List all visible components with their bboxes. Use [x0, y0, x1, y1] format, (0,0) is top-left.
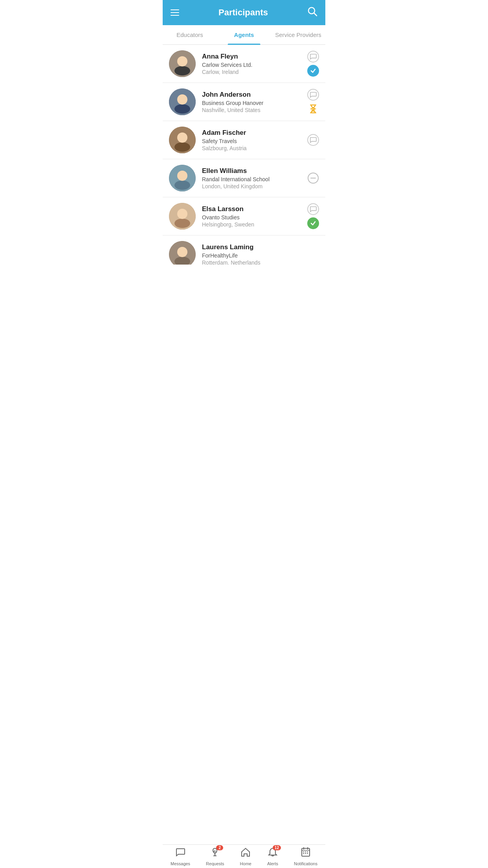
chat-button[interactable]	[307, 203, 319, 215]
info-elsa-larsson: Elsa LarssonOvanto StudiesHelsingborg, S…	[202, 205, 303, 228]
participant-name: Laurens Laming	[202, 243, 315, 251]
avatar-elsa-larsson	[169, 203, 196, 230]
participant-org: Ovanto Studies	[202, 214, 303, 221]
tab-agents[interactable]: Agents	[217, 25, 271, 44]
svg-point-21	[177, 247, 187, 257]
participant-location: Helsingborg, Sweden	[202, 221, 303, 228]
status-minus-icon	[307, 172, 319, 184]
tab-service-providers[interactable]: Service Providers	[271, 25, 325, 44]
list-item-laurens-laming[interactable]: Laurens LamingForHealthyLifeRotterdam, N…	[163, 235, 325, 265]
svg-point-9	[174, 142, 190, 152]
svg-line-1	[314, 13, 317, 16]
participant-org: Carlow Services Ltd.	[202, 62, 303, 68]
svg-point-17	[174, 219, 190, 228]
list-item-john-anderson[interactable]: John AndersonBusiness Group HanoverNashv…	[163, 83, 325, 121]
actions-john-anderson	[307, 89, 319, 115]
svg-point-3	[174, 66, 190, 75]
participant-org: Business Group Hanover	[202, 100, 303, 106]
list-item-elsa-larsson[interactable]: Elsa LarssonOvanto StudiesHelsingborg, S…	[163, 197, 325, 235]
header: Participants	[163, 0, 325, 25]
participants-list: Anna FleynCarlow Services Ltd.Carlow, Ir…	[163, 45, 325, 265]
svg-point-13	[177, 171, 187, 181]
svg-point-7	[177, 94, 187, 105]
svg-point-6	[174, 104, 190, 114]
participant-location: Carlow, Ireland	[202, 69, 303, 75]
svg-point-10	[177, 132, 187, 143]
info-laurens-laming: Laurens LamingForHealthyLifeRotterdam, N…	[202, 243, 315, 265]
avatar-john-anderson	[169, 88, 196, 115]
page-title: Participants	[218, 7, 268, 18]
actions-elsa-larsson	[307, 203, 319, 229]
chat-button[interactable]	[307, 134, 319, 146]
tab-bar: Educators Agents Service Providers	[163, 25, 325, 45]
status-approved-icon	[307, 65, 319, 77]
actions-ellen-williams	[307, 172, 319, 184]
participant-location: Salzbourg, Austria	[202, 145, 303, 151]
list-item-anna-fleyn[interactable]: Anna FleynCarlow Services Ltd.Carlow, Ir…	[163, 45, 325, 83]
participant-name: Ellen Williams	[202, 167, 303, 175]
tab-educators[interactable]: Educators	[163, 25, 217, 44]
info-ellen-williams: Ellen WilliamsRandal International Schoo…	[202, 167, 303, 189]
participant-location: Nashville, United States	[202, 107, 303, 113]
avatar-laurens-laming	[169, 241, 196, 265]
list-item-adam-fischer[interactable]: Adam FischerSafety TravelsSalzbourg, Aus…	[163, 121, 325, 159]
participant-org: Randal International School	[202, 176, 303, 182]
participant-name: Adam Fischer	[202, 129, 303, 137]
svg-point-18	[177, 209, 187, 219]
info-adam-fischer: Adam FischerSafety TravelsSalzbourg, Aus…	[202, 129, 303, 151]
status-pending-icon	[307, 103, 319, 115]
participant-location: London, United Kingdom	[202, 183, 303, 189]
avatar-adam-fischer	[169, 127, 196, 153]
avatar-anna-fleyn	[169, 50, 196, 77]
info-anna-fleyn: Anna FleynCarlow Services Ltd.Carlow, Ir…	[202, 53, 303, 75]
svg-point-4	[177, 56, 187, 66]
status-confirmed-icon	[307, 217, 319, 229]
participant-org: ForHealthyLife	[202, 252, 315, 259]
list-item-ellen-williams[interactable]: Ellen WilliamsRandal International Schoo…	[163, 159, 325, 197]
participant-org: Safety Travels	[202, 138, 303, 144]
participant-name: John Anderson	[202, 91, 303, 99]
avatar-ellen-williams	[169, 165, 196, 191]
chat-button[interactable]	[307, 89, 319, 101]
info-john-anderson: John AndersonBusiness Group HanoverNashv…	[202, 91, 303, 113]
participant-name: Anna Fleyn	[202, 53, 303, 61]
participant-location: Rotterdam, Netherlands	[202, 259, 315, 265]
chat-button[interactable]	[307, 51, 319, 63]
menu-icon[interactable]	[171, 9, 179, 16]
participant-name: Elsa Larsson	[202, 205, 303, 213]
actions-anna-fleyn	[307, 51, 319, 77]
search-icon[interactable]	[307, 6, 317, 19]
svg-point-12	[174, 180, 190, 190]
actions-adam-fischer	[307, 134, 319, 146]
